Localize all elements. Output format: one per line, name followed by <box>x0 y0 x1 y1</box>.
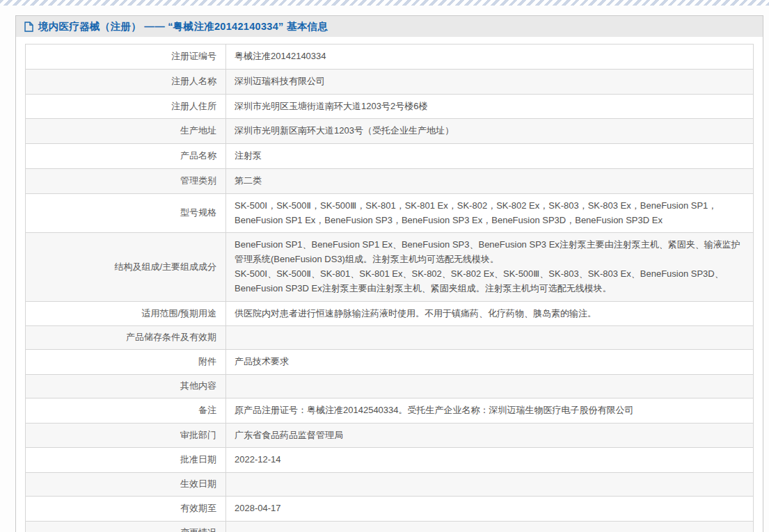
row-value: BeneFusion SP1、BeneFusion SP1 Ex、BeneFus… <box>226 233 754 301</box>
document-icon <box>24 22 33 32</box>
row-value: 广东省食品药品监督管理局 <box>226 423 754 448</box>
table-row: 注册人住所 深圳市光明区玉塘街道南环大道1203号2号楼6楼 <box>26 94 754 119</box>
table-row: 型号规格 SK-500Ⅰ，SK-500Ⅱ，SK-500Ⅲ，SK-801，SK-8… <box>26 193 754 233</box>
table-row: 注册人名称 深圳迈瑞科技有限公司 <box>26 69 754 94</box>
table-row: 适用范围/预期用途 供医院内对患者进行恒速静脉输注药液时使用。不用于镇痛药、化疗… <box>26 301 754 326</box>
table-row: 附件 产品技术要求 <box>26 350 754 375</box>
table-row: 生产地址 深圳市光明新区南环大道1203号（受托企业生产地址） <box>26 119 754 144</box>
row-label: 型号规格 <box>26 193 226 233</box>
row-value: 原产品注册证号：粤械注准20142540334。受托生产企业名称：深圳迈瑞生物医… <box>226 398 754 423</box>
row-label: 批准日期 <box>26 448 226 473</box>
row-label: 生产地址 <box>26 119 226 144</box>
row-value: 2022-12-14 <box>226 448 754 473</box>
table-row: 批准日期 2022-12-14 <box>26 448 754 473</box>
page-title: 境内医疗器械（注册） —— “粤械注准20142140334” 基本信息 <box>38 20 328 33</box>
row-label: 管理类别 <box>26 168 226 193</box>
row-value: 2028-04-17 <box>226 497 754 522</box>
row-value: 深圳市光明新区南环大道1203号（受托企业生产地址） <box>226 119 754 144</box>
table-row: 备注 原产品注册证号：粤械注准20142540334。受托生产企业名称：深圳迈瑞… <box>26 398 754 423</box>
table-row: 管理类别 第二类 <box>26 168 754 193</box>
row-label: 注册证编号 <box>26 45 226 70</box>
top-stripe-bar <box>0 0 769 6</box>
row-value: 深圳迈瑞科技有限公司 <box>226 69 754 94</box>
row-label: 适用范围/预期用途 <box>26 301 226 326</box>
row-value: 深圳市光明区玉塘街道南环大道1203号2号楼6楼 <box>226 94 754 119</box>
row-label: 注册人名称 <box>26 69 226 94</box>
table-row: 审批部门 广东省食品药品监督管理局 <box>26 423 754 448</box>
row-label: 生效日期 <box>26 473 226 497</box>
row-label: 其他内容 <box>26 375 226 398</box>
table-row: 变更情况 <box>26 521 754 532</box>
row-value: 注射泵 <box>226 144 754 169</box>
row-value <box>226 375 754 398</box>
table-row: 注册证编号 粤械注准20142140334 <box>26 45 754 70</box>
row-label: 有效期至 <box>26 497 226 522</box>
row-label: 变更情况 <box>26 521 226 532</box>
card-header: 境内医疗器械（注册） —— “粤械注准20142140334” 基本信息 <box>16 16 763 37</box>
row-value <box>226 473 754 497</box>
row-value <box>226 326 754 350</box>
table-row: 产品储存条件及有效期 <box>26 326 754 350</box>
table-row: 产品名称 注射泵 <box>26 144 754 169</box>
row-value <box>226 521 754 532</box>
row-value: 供医院内对患者进行恒速静脉输注药液时使用。不用于镇痛药、化疗药物、胰岛素的输注。 <box>226 301 754 326</box>
table-row: 有效期至 2028-04-17 <box>26 497 754 522</box>
row-label: 注册人住所 <box>26 94 226 119</box>
row-value: 粤械注准20142140334 <box>226 45 754 70</box>
row-label: 产品储存条件及有效期 <box>26 326 226 350</box>
row-value: SK-500Ⅰ，SK-500Ⅱ，SK-500Ⅲ，SK-801，SK-801 Ex… <box>226 193 754 233</box>
row-value: 产品技术要求 <box>226 350 754 375</box>
row-value: 第二类 <box>226 168 754 193</box>
row-label: 备注 <box>26 398 226 423</box>
registration-table: 注册证编号 粤械注准20142140334 注册人名称 深圳迈瑞科技有限公司 注… <box>25 44 754 532</box>
row-label: 结构及组成/主要组成成分 <box>26 233 226 301</box>
registration-card: 境内医疗器械（注册） —— “粤械注准20142140334” 基本信息 注册证… <box>15 15 763 532</box>
card-body: 注册证编号 粤械注准20142140334 注册人名称 深圳迈瑞科技有限公司 注… <box>16 37 763 532</box>
row-label: 产品名称 <box>26 144 226 169</box>
row-label: 审批部门 <box>26 423 226 448</box>
table-row: 结构及组成/主要组成成分 BeneFusion SP1、BeneFusion S… <box>26 233 754 301</box>
row-label: 附件 <box>26 350 226 375</box>
table-row: 生效日期 <box>26 473 754 497</box>
table-row: 其他内容 <box>26 375 754 398</box>
